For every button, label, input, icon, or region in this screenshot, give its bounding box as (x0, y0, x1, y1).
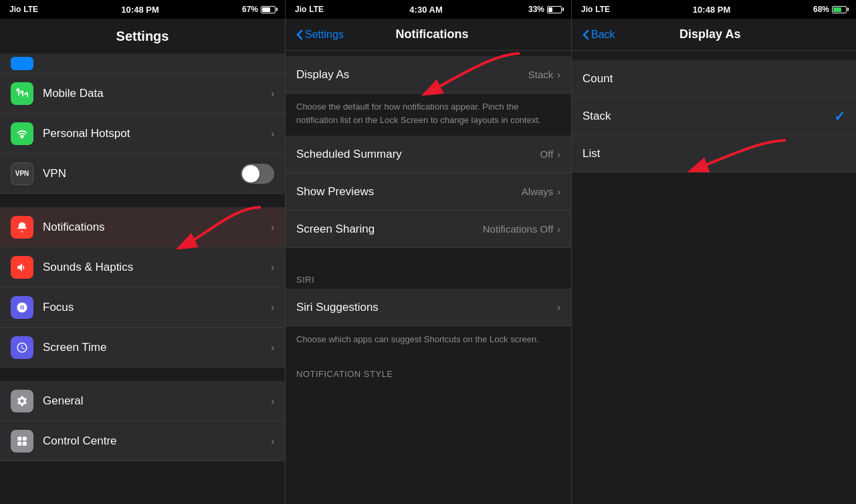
back-label-3: Back (591, 29, 615, 41)
control-centre-icon-wrap (11, 430, 33, 453)
screen-sharing-chevron: › (557, 224, 560, 235)
hotspot-chevron: › (271, 128, 274, 139)
screen-sharing-label: Screen Sharing (296, 223, 483, 236)
top-spacer (572, 51, 856, 60)
control-centre-label: Control Centre (43, 434, 271, 448)
svg-rect-2 (23, 436, 27, 440)
group-gap-1 (0, 194, 285, 207)
vpn-label: VPN (43, 167, 241, 180)
settings-header: Settings (0, 19, 285, 53)
settings-item-control-centre[interactable]: Control Centre › (0, 421, 285, 461)
svg-rect-4 (23, 441, 27, 445)
partial-top-item (0, 53, 285, 74)
status-bar-2: Jio LTE 4:30 AM 33% (286, 0, 571, 19)
settings-item-vpn[interactable]: VPN VPN (0, 154, 285, 194)
screen-time-chevron: › (271, 342, 274, 353)
network-2: LTE (309, 5, 324, 14)
siri-suggestions-item[interactable]: Siri Suggestions › (286, 289, 571, 326)
settings-item-personal-hotspot[interactable]: Personal Hotspot › (0, 114, 285, 154)
general-chevron: › (271, 396, 274, 406)
settings-item-mobile-data[interactable]: Mobile Data › (0, 74, 285, 114)
battery-text-1: 67% (242, 5, 258, 14)
scheduled-summary-value: Off (540, 148, 554, 160)
battery-icon-1 (261, 6, 276, 13)
settings-item-screen-time[interactable]: Screen Time › (0, 328, 285, 368)
notifications-icon (16, 221, 28, 233)
carrier-2: Jio (295, 5, 306, 14)
notifications-list: Display As Stack › Choose the default fo… (286, 51, 571, 504)
notifications-label: Notifications (43, 221, 271, 234)
mobile-data-label: Mobile Data (43, 87, 271, 100)
focus-label: Focus (43, 301, 271, 314)
scheduled-summary-label: Scheduled Summary (296, 148, 540, 161)
control-centre-chevron: › (271, 436, 274, 447)
display-as-item[interactable]: Display As Stack › (286, 56, 571, 94)
show-previews-value: Always (522, 186, 554, 197)
display-as-nav-header: Back Display As (572, 19, 856, 51)
partial-icon (11, 57, 33, 70)
siri-description: Choose which apps can suggest Shortcuts … (286, 326, 571, 356)
show-previews-label: Show Previews (296, 185, 522, 199)
general-icon (16, 395, 28, 407)
sounds-label: Sounds & Haptics (43, 261, 271, 274)
screen-sharing-item[interactable]: Screen Sharing Notifications Off › (286, 211, 571, 248)
settings-item-notifications[interactable]: Notifications › (0, 207, 285, 247)
display-as-list-item[interactable]: List (572, 135, 856, 172)
network-1: LTE (23, 5, 38, 14)
screen-time-label: Screen Time (43, 341, 271, 354)
vpn-toggle-knob (242, 165, 259, 182)
control-centre-icon (16, 435, 28, 447)
settings-list: Mobile Data › Personal Hotspot › VPN VPN (0, 53, 285, 504)
siri-suggestions-chevron: › (557, 302, 560, 313)
battery-text-2: 33% (528, 5, 544, 14)
panel-notifications: Jio LTE 4:30 AM 33% Settings Notificatio… (286, 0, 572, 504)
svg-point-0 (21, 135, 23, 137)
back-label-2: Settings (305, 29, 344, 41)
mobile-data-chevron: › (271, 88, 274, 99)
focus-chevron: › (271, 302, 274, 313)
display-as-value: Stack (528, 69, 554, 80)
display-as-chevron: › (557, 70, 560, 80)
vpn-toggle[interactable] (241, 164, 274, 184)
display-as-description: Choose the default for how notifications… (286, 94, 571, 136)
settings-item-general[interactable]: General › (0, 381, 285, 421)
back-to-settings[interactable]: Settings (296, 29, 344, 41)
show-previews-chevron: › (557, 186, 560, 197)
display-as-nav-title: Display As (615, 27, 805, 41)
scheduled-summary-chevron: › (557, 149, 560, 160)
mobile-data-icon-wrap (11, 82, 33, 105)
siri-section-label: SIRI (286, 261, 571, 289)
back-chevron-icon (296, 29, 303, 40)
list-label: List (582, 147, 845, 160)
mobile-data-icon (15, 87, 29, 100)
network-3: LTE (595, 5, 610, 14)
screen-time-icon-wrap (11, 336, 33, 359)
svg-rect-3 (17, 441, 21, 445)
scheduled-summary-item[interactable]: Scheduled Summary Off › (286, 136, 571, 173)
settings-item-focus[interactable]: Focus › (0, 287, 285, 328)
notifications-nav-header: Settings Notifications (286, 19, 571, 51)
time-3: 10:48 PM (693, 5, 730, 15)
display-as-count-item[interactable]: Count (572, 60, 856, 98)
focus-icon-wrap (11, 296, 33, 319)
status-bar-3: Jio LTE 10:48 PM 68% (572, 0, 856, 19)
battery-text-3: 68% (813, 5, 829, 14)
back-chevron-icon-2 (582, 29, 589, 40)
panel-display-as: Jio LTE 10:48 PM 68% Back Display As Cou… (572, 0, 856, 504)
battery-icon-3 (832, 6, 847, 13)
notifications-icon-wrap (11, 216, 33, 239)
focus-icon (16, 301, 28, 313)
stack-label: Stack (582, 110, 834, 123)
screen-sharing-value: Notifications Off (483, 223, 554, 235)
display-as-stack-item[interactable]: Stack ✓ (572, 98, 856, 135)
stack-checkmark: ✓ (834, 108, 845, 124)
hotspot-icon (15, 127, 29, 140)
sounds-chevron: › (271, 262, 274, 273)
settings-title: Settings (116, 29, 169, 44)
siri-suggestions-label: Siri Suggestions (296, 301, 557, 314)
settings-item-sounds[interactable]: Sounds & Haptics › (0, 247, 285, 287)
show-previews-item[interactable]: Show Previews Always › (286, 173, 571, 211)
screen-time-icon (16, 342, 28, 354)
sounds-icon (16, 261, 28, 273)
back-to-notifications[interactable]: Back (582, 29, 615, 41)
